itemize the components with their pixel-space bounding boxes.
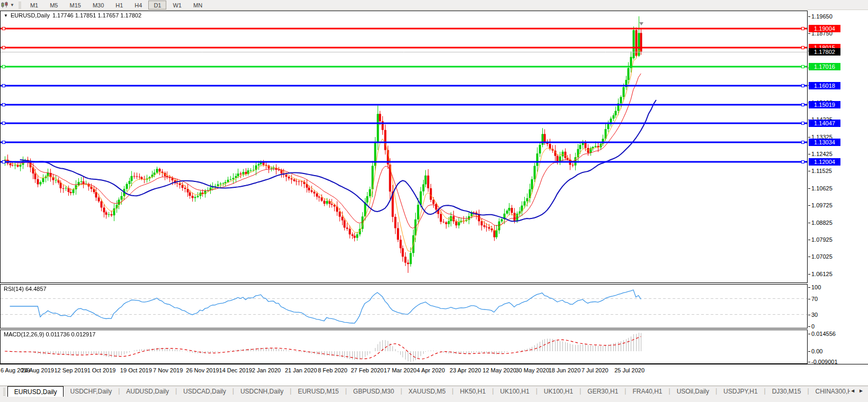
timeframe-button-h1[interactable]: H1 [110, 1, 128, 10]
chart-tab-eurusd-m15[interactable]: EURUSD,M15 [291, 386, 345, 397]
rsi-label: RSI(14) 64.4857 [4, 286, 47, 292]
date-tick-label: 25 Jul 2020 [614, 367, 645, 373]
timeframe-button-m5[interactable]: M5 [44, 1, 63, 10]
price-tick-label: 1.06125 [811, 271, 833, 277]
chart-tab-usoil-daily[interactable]: USOil,Daily [670, 386, 715, 397]
tab-scroll-right-icon[interactable]: ► [858, 388, 864, 394]
price-tick-label: 1.10625 [811, 185, 833, 191]
mt4-window: ▼ M1M5M15M30H1H4D1W1MN ▼ EURUSD,Daily 1.… [0, 0, 868, 402]
date-tick-label: 18 Jun 2020 [549, 367, 581, 373]
chart-tab-ger30-h1[interactable]: GER30,H1 [581, 386, 624, 397]
chart-tab-usdjpy-h1[interactable]: USDJPY,H1 [717, 386, 764, 397]
date-tick-label: 27 Feb 2020 [351, 367, 383, 373]
tabs-holder: EURUSD,DailyUSDCHF,Daily|AUDUSD,Daily|US… [7, 386, 850, 397]
date-tick-label: 26 Nov 2019 [186, 367, 219, 373]
current-price-tag: 1.17802 [809, 48, 840, 56]
chart-shift-marker[interactable] [639, 22, 643, 25]
rsi-axis: 10070300 [808, 284, 868, 328]
rsi-indicator-pane: RSI(14) 64.4857 [0, 284, 808, 328]
price-chart-pane: ▼ EURUSD,Daily 1.17746 1.17851 1.17657 1… [0, 11, 808, 283]
rsi-tick-label: 100 [811, 284, 821, 290]
chart-tab-gbpusd-m30[interactable]: GBPUSD,M30 [347, 386, 400, 397]
level-price-tag: 1.19004 [809, 25, 840, 32]
chart-ohlc-values: 1.17746 1.17851 1.17657 1.17802 [52, 12, 141, 19]
timeframe-button-m15[interactable]: M15 [64, 1, 86, 10]
timeframe-button-d1[interactable]: D1 [148, 1, 166, 10]
tabbar-grip[interactable] [3, 387, 5, 396]
level-price-tag: 1.13034 [809, 139, 840, 146]
date-tick-label: 21 Jan 2020 [285, 367, 317, 373]
date-tick-label: 12 Sep 2019 [54, 367, 87, 373]
date-tick-label: 2 Jan 2020 [252, 367, 281, 373]
chart-tab-xauusd-m5[interactable]: XAUUSD,M5 [402, 386, 452, 397]
chart-tab-fra40-h1[interactable]: FRA40,H1 [626, 386, 668, 397]
chart-tab-eurusd-daily[interactable]: EURUSD,Daily [7, 386, 64, 397]
chart-tab-bar: EURUSD,DailyUSDCHF,Daily|AUDUSD,Daily|US… [0, 386, 868, 402]
timeframe-button-h4[interactable]: H4 [129, 1, 147, 10]
chart-tab-usdcad-daily[interactable]: USDCAD,Daily [177, 386, 232, 397]
date-tick-label: 7 Nov 2019 [153, 367, 183, 373]
timeframe-toolbar: ▼ M1M5M15M30H1H4D1W1MN [0, 0, 868, 10]
date-tick-label: 4 Apr 2020 [417, 367, 445, 373]
macd-label: MACD(12,26,9) 0.011736 0.012917 [4, 331, 95, 337]
price-tick-label: 1.12425 [811, 151, 833, 157]
level-price-tag: 1.12004 [809, 158, 840, 166]
date-tick-label: 17 Mar 2020 [384, 367, 417, 373]
rsi-canvas[interactable] [1, 285, 807, 328]
date-tick-label: 12 May 2020 [482, 367, 516, 373]
timeframe-button-mn[interactable]: MN [188, 1, 208, 10]
date-tick-label: 19 Oct 2019 [120, 367, 152, 373]
chart-tab-china300-h4[interactable]: CHINA300,H4 [809, 386, 851, 397]
date-tick-label: 23 Apr 2020 [450, 367, 481, 373]
chart-tab-dj30-m15[interactable]: DJ30,M15 [766, 386, 808, 397]
date-tick-label: 30 May 2020 [515, 367, 549, 373]
level-price-tag: 1.15019 [809, 101, 840, 108]
price-tick-label: 1.11525 [811, 168, 832, 174]
timeframe-buttons: M1M5M15M30H1H4D1W1MN [24, 1, 208, 10]
chart-tab-uk100-h1[interactable]: UK100,H1 [494, 386, 535, 397]
timeframe-button-m1[interactable]: M1 [25, 1, 43, 10]
chart-objects-button[interactable]: ▼ [0, 0, 16, 10]
macd-tick-label: 0.014556 [811, 331, 836, 337]
chart-title: ▼ EURUSD,Daily 1.17746 1.17851 1.17657 1… [4, 12, 141, 19]
price-tick-label: 1.08825 [811, 220, 833, 226]
chart-tab-audusd-daily[interactable]: AUDUSD,Daily [120, 386, 175, 397]
date-tick-label: 1 Oct 2019 [87, 367, 116, 373]
rsi-tick-label: 30 [811, 312, 818, 318]
tab-scroll-left-icon[interactable]: ◄ [850, 388, 855, 394]
price-tick-label: 1.09725 [811, 202, 833, 208]
level-price-tag: 1.17016 [809, 63, 840, 70]
macd-indicator-pane: MACD(12,26,9) 0.011736 0.012917 [0, 330, 808, 364]
candlestick-chart-icon [1, 2, 8, 8]
macd-tick-label: 0.00 [811, 348, 822, 354]
rsi-tick-label: 70 [811, 296, 818, 302]
price-tick-label: 1.07925 [811, 236, 833, 243]
timeframe-button-m30[interactable]: M30 [87, 1, 109, 10]
macd-axis: 0.0145560.00-0.009001 [808, 330, 868, 364]
level-price-tag: 1.14047 [809, 120, 840, 127]
chart-tab-uk100-h1[interactable]: UK100,H1 [538, 386, 579, 397]
dropdown-caret-icon: ▼ [10, 3, 14, 7]
chart-tab-usdchf-daily[interactable]: USDCHF,Daily [64, 386, 118, 397]
price-tick-label: 1.19650 [811, 13, 833, 20]
collapse-triangle-icon[interactable]: ▼ [4, 13, 8, 18]
date-tick-label: 14 Dec 2019 [219, 367, 252, 373]
price-chart-canvas[interactable] [1, 11, 807, 282]
rsi-tick-label: 0 [811, 323, 815, 330]
macd-canvas[interactable] [1, 330, 807, 363]
chart-tab-hk50-h1[interactable]: HK50,H1 [453, 386, 492, 397]
date-axis: 6 Aug 201924 Aug 201912 Sep 20191 Oct 20… [0, 364, 868, 377]
price-axis: 1.196501.187501.178501.169501.160501.151… [808, 11, 868, 283]
price-tick-label: 1.07025 [811, 253, 833, 260]
chart-symbol-period: EURUSD,Daily [11, 12, 50, 19]
toolbar-grip[interactable] [19, 1, 21, 8]
chart-tab-usdcnh-daily[interactable]: USDCNH,Daily [234, 386, 290, 397]
date-tick-label: 7 Jul 2020 [581, 367, 609, 373]
timeframe-button-w1[interactable]: W1 [167, 1, 187, 10]
tab-scroll-buttons: ◄ ► [850, 386, 868, 394]
date-tick-label: 24 Aug 2019 [21, 367, 54, 373]
level-price-tag: 1.16018 [809, 82, 840, 89]
date-tick-label: 8 Feb 2020 [318, 367, 347, 373]
